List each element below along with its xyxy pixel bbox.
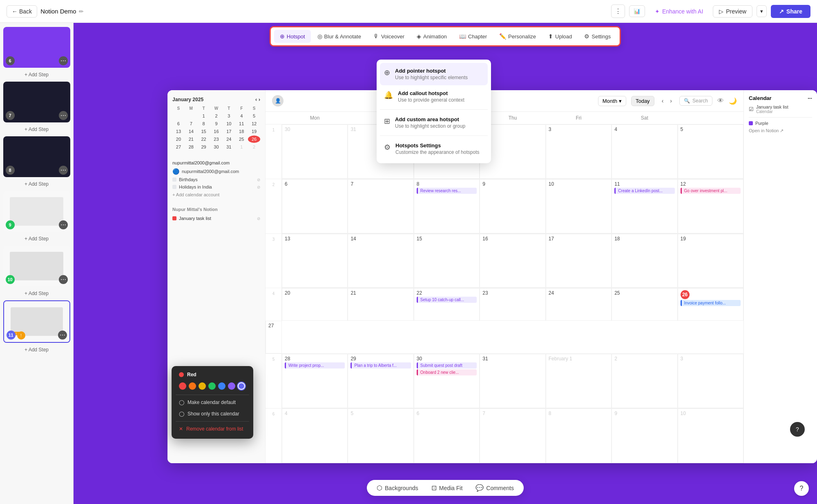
dropdown-item-pointer-hotspot[interactable]: ⊕ Add pointer hotspot Use to highlight s… xyxy=(380,63,488,85)
cal-cell-jan18[interactable]: 18 xyxy=(612,234,677,288)
media-fit-button[interactable]: ⊡ Media Fit xyxy=(431,484,463,492)
tab-voiceover[interactable]: 🎙 Voiceover xyxy=(368,30,410,43)
tab-hotspot[interactable]: ⊕ Hotspot xyxy=(274,30,311,43)
mini-date-9[interactable]: 9 xyxy=(210,120,223,127)
backgrounds-button[interactable]: ⬡ Backgrounds xyxy=(377,484,418,492)
event-investment[interactable]: Go over investment pl... xyxy=(681,188,741,194)
mini-date-19[interactable]: 19 xyxy=(248,128,260,135)
ctx-remove-calendar[interactable]: ✕ Remove calendar from list xyxy=(176,423,249,435)
color-orange[interactable] xyxy=(189,382,196,390)
add-step-after-6[interactable]: + Add Step xyxy=(25,70,49,79)
mini-cal-next[interactable]: › xyxy=(259,97,260,102)
search-box[interactable]: 🔍 Search xyxy=(679,96,712,106)
mini-date-feb1[interactable]: 1 xyxy=(235,143,248,151)
cal-cell-jan17[interactable]: 17 xyxy=(546,234,612,288)
cal-cell-jan3[interactable]: 3 xyxy=(546,124,612,179)
cal-cell-feb2[interactable]: 2 xyxy=(612,354,677,408)
cal-cell-jan29[interactable]: 29 Plan a trip to Alberta f... xyxy=(348,354,413,408)
tab-blur-annotate[interactable]: ◎ Blur & Annotate xyxy=(312,30,367,43)
sidebar-holidays[interactable]: Holidays in India ⊘ xyxy=(172,183,260,191)
cal-cell-dec30[interactable]: 30 xyxy=(282,124,348,179)
cal-cell-jan23[interactable]: 23 xyxy=(480,288,545,321)
preview-dropdown-button[interactable]: ▾ xyxy=(757,5,767,17)
color-indigo-selected[interactable] xyxy=(238,382,245,390)
mini-date-20[interactable]: 20 xyxy=(172,135,185,143)
mini-date-30[interactable]: 30 xyxy=(210,143,223,151)
sidebar-birthdays[interactable]: Birthdays ⊘ xyxy=(172,176,260,183)
cal-cell-jan21[interactable]: 21 xyxy=(348,288,413,321)
tab-personalize[interactable]: ✏️ Personalize xyxy=(493,30,542,43)
cal-cell-jan30[interactable]: 30 Submit quest post draft Onboard 2 new… xyxy=(414,354,480,408)
event-onboard[interactable]: Onboard 2 new clie... xyxy=(417,369,477,375)
cal-cell-jan10[interactable]: 10 xyxy=(546,179,612,233)
sidebar-cal-account[interactable]: 🔵 nupurmittal2000@gmail.com xyxy=(172,167,260,176)
step-8-more[interactable]: ⋯ xyxy=(59,166,68,175)
cal-cell-jan28[interactable]: 28 Write project prop... xyxy=(282,354,348,408)
step-6[interactable]: 6 ⋯ xyxy=(3,27,70,68)
mini-cal-prev[interactable]: ‹ xyxy=(255,97,257,102)
cal-cell-feb4[interactable]: 4 xyxy=(282,409,348,463)
step-7[interactable]: 7 ⋯ xyxy=(3,82,70,122)
share-button[interactable]: ↗ Share xyxy=(771,5,810,18)
step-8[interactable]: 8 ⋯ xyxy=(3,136,70,177)
mini-date-6[interactable]: 6 xyxy=(172,120,185,127)
color-red[interactable] xyxy=(179,382,186,390)
tab-animation[interactable]: ◈ Animation xyxy=(411,30,453,43)
tab-chapter[interactable]: 📖 Chapter xyxy=(453,30,493,43)
cal-cell-jan31[interactable]: 31 xyxy=(480,354,545,408)
chart-button[interactable]: 📊 xyxy=(629,5,645,17)
mini-date-26-today[interactable]: 26 xyxy=(248,135,260,143)
cal-cell-jan8[interactable]: 8 Review research res... xyxy=(414,179,480,233)
cal-cell-jan12[interactable]: 12 Go over investment pl... xyxy=(678,179,743,233)
cal-cell-jan4[interactable]: 4 xyxy=(612,124,677,179)
mini-date-29[interactable]: 29 xyxy=(198,143,210,151)
add-step-after-7[interactable]: + Add Step xyxy=(25,125,49,134)
cal-cell-jan20[interactable]: 20 xyxy=(282,288,348,321)
cal-cell-feb9[interactable]: 9 xyxy=(612,409,677,463)
mini-date-23[interactable]: 23 xyxy=(210,135,223,143)
mini-date[interactable] xyxy=(185,112,197,120)
edit-icon[interactable]: ✏ xyxy=(79,8,84,15)
mini-date-18[interactable]: 18 xyxy=(235,128,248,135)
step-6-more[interactable]: ⋯ xyxy=(59,56,68,65)
step-9-more[interactable]: ⋯ xyxy=(59,220,68,229)
mini-date[interactable] xyxy=(172,112,185,120)
mini-date-24[interactable]: 24 xyxy=(223,135,235,143)
step-9[interactable]: 9 ⋯ xyxy=(3,191,70,232)
cal-cell-jan15[interactable]: 15 xyxy=(414,234,480,288)
preview-button[interactable]: ▷ Preview xyxy=(713,5,752,18)
add-step-after-10[interactable]: + Add Step xyxy=(25,289,49,298)
mini-date-2[interactable]: 2 xyxy=(210,112,223,120)
mini-date-8[interactable]: 8 xyxy=(198,120,210,127)
cal-cell-jan9[interactable]: 9 xyxy=(480,179,545,233)
color-green[interactable] xyxy=(208,382,216,390)
tab-settings[interactable]: ⚙ Settings xyxy=(578,30,616,43)
dropdown-item-hotspots-settings[interactable]: ⚙ Hotspots Settings Customize the appear… xyxy=(380,138,488,160)
color-yellow[interactable] xyxy=(199,382,206,390)
eye-icon[interactable]: 👁 xyxy=(717,97,724,104)
next-month-button[interactable]: › xyxy=(667,96,674,106)
moon-icon[interactable]: 🌙 xyxy=(729,97,737,105)
cal-cell-jan13[interactable]: 13 xyxy=(282,234,348,288)
cal-cell-feb7[interactable]: 7 xyxy=(480,409,545,463)
cal-cell-jan6[interactable]: 6 xyxy=(282,179,348,233)
cal-cell-jan11[interactable]: 11 Create a LinkedIn post... xyxy=(612,179,677,233)
mini-date-feb2[interactable]: 2 xyxy=(248,143,260,151)
ctx-make-default[interactable]: ◯ Make calendar default xyxy=(176,397,249,408)
mini-date-25[interactable]: 25 xyxy=(235,135,248,143)
add-step-after-11[interactable]: + Add Step xyxy=(25,345,49,354)
mini-date-7[interactable]: 7 xyxy=(185,120,197,127)
checkbox-icon[interactable]: ☑ xyxy=(749,106,754,112)
mini-date-10[interactable]: 10 xyxy=(223,120,235,127)
cal-cell-jan16[interactable]: 16 xyxy=(480,234,545,288)
add-step-after-8[interactable]: + Add Step xyxy=(25,180,49,189)
step-7-more[interactable]: ⋯ xyxy=(59,111,68,120)
event-submit[interactable]: Submit quest post draft xyxy=(417,362,477,369)
cal-cell-feb10[interactable]: 10 xyxy=(678,409,743,463)
mini-date-12[interactable]: 12 xyxy=(248,120,260,127)
today-button[interactable]: Today xyxy=(631,96,654,106)
cal-cell-jan7[interactable]: 7 xyxy=(348,179,413,233)
mini-date-4[interactable]: 4 xyxy=(235,112,248,120)
mini-date-22[interactable]: 22 xyxy=(198,135,210,143)
back-button[interactable]: ← Back xyxy=(7,5,37,18)
